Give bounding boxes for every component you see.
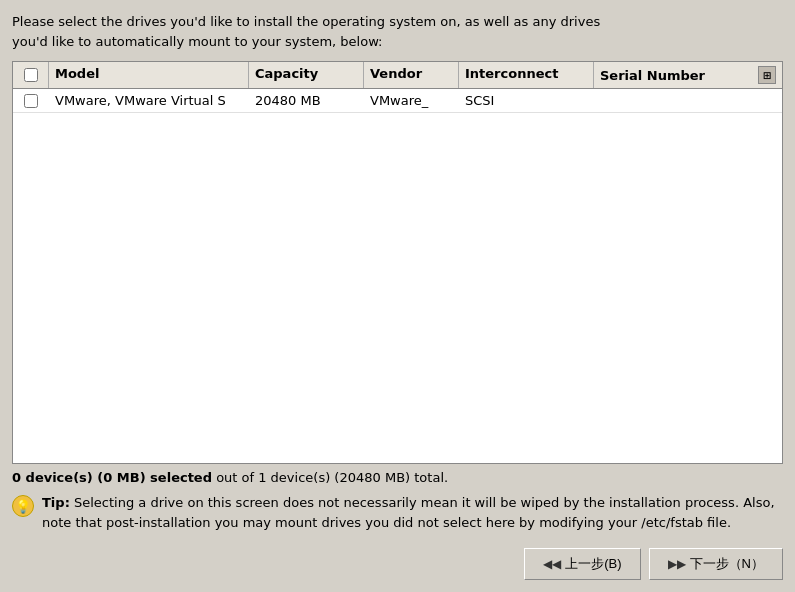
header-check[interactable] bbox=[13, 62, 49, 88]
row-interconnect-cell: SCSI bbox=[459, 89, 594, 112]
table-header: Model Capacity Vendor Interconnect Seria… bbox=[13, 62, 782, 89]
select-all-checkbox[interactable] bbox=[24, 68, 38, 82]
header-vendor: Vendor bbox=[364, 62, 459, 88]
back-button[interactable]: ◀◀ 上一步(B) bbox=[524, 548, 640, 580]
intro-text: Please select the drives you'd like to i… bbox=[12, 12, 783, 51]
row-checkbox[interactable] bbox=[24, 94, 38, 108]
table-body: VMware, VMware Virtual S 20480 MB VMware… bbox=[13, 89, 782, 463]
back-label: 上一步(B) bbox=[565, 555, 621, 573]
tip-section: 💡 Tip: Selecting a drive on this screen … bbox=[12, 493, 783, 532]
row-capacity-cell: 20480 MB bbox=[249, 89, 364, 112]
row-vendor-cell: VMware_ bbox=[364, 89, 459, 112]
row-serial-cell bbox=[594, 97, 782, 105]
header-capacity: Capacity bbox=[249, 62, 364, 88]
status-bar: 0 device(s) (0 MB) selected out of 1 dev… bbox=[12, 470, 783, 485]
back-icon: ◀◀ bbox=[543, 557, 561, 571]
drive-table-container: Model Capacity Vendor Interconnect Seria… bbox=[12, 61, 783, 464]
next-button[interactable]: ▶▶ 下一步（N） bbox=[649, 548, 783, 580]
tip-text: Tip: Selecting a drive on this screen do… bbox=[42, 493, 783, 532]
row-model-cell: VMware, VMware Virtual S bbox=[49, 89, 249, 112]
header-model: Model bbox=[49, 62, 249, 88]
next-label: 下一步（N） bbox=[690, 555, 764, 573]
button-bar: ◀◀ 上一步(B) ▶▶ 下一步（N） bbox=[12, 548, 783, 580]
tip-icon: 💡 bbox=[12, 495, 34, 517]
table-row[interactable]: VMware, VMware Virtual S 20480 MB VMware… bbox=[13, 89, 782, 113]
row-check-cell[interactable] bbox=[13, 90, 49, 112]
header-interconnect: Interconnect bbox=[459, 62, 594, 88]
header-serial: Serial Number ⊞ bbox=[594, 62, 782, 88]
sort-icon[interactable]: ⊞ bbox=[758, 66, 776, 84]
next-icon: ▶▶ bbox=[668, 557, 686, 571]
